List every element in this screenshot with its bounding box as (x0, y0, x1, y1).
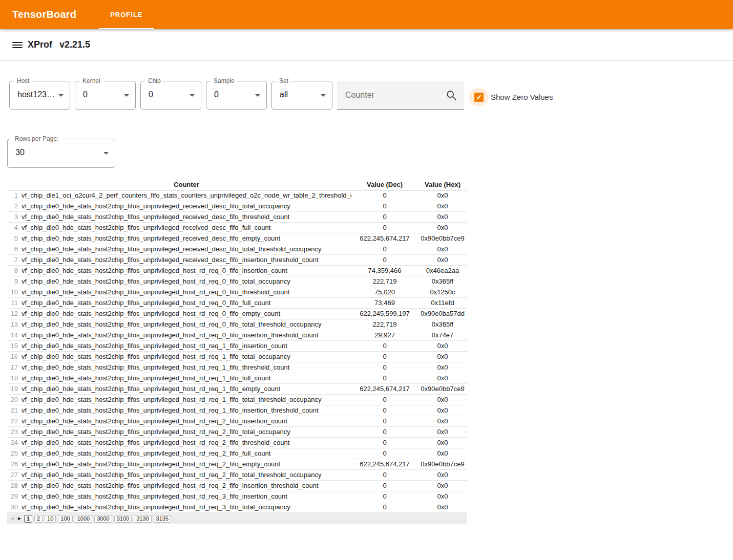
row-number: 1 (7, 190, 22, 201)
row-number: 4 (7, 222, 22, 233)
chevron-down-icon (190, 94, 195, 97)
value-hex-cell: 0x0 (418, 416, 467, 426)
row-number: 29 (7, 491, 22, 502)
kernel-select-value: 0 (83, 90, 88, 99)
counter-name-cell: vf_chip_die0_hde_stats_host2chip_fifos_u… (22, 373, 351, 383)
pagination-page-button[interactable]: 100 (58, 515, 72, 523)
value-hex-cell: 0x0 (418, 469, 467, 480)
counter-search-field (337, 81, 464, 110)
chevron-down-icon (321, 94, 326, 97)
counter-name-cell: vf_chip_die0_hde_stats_host2chip_fifos_u… (22, 383, 351, 394)
tab-profile[interactable]: PROFILE (99, 0, 154, 29)
host-select-value: host123… (17, 90, 55, 99)
value-hex-cell: 0x90e0bb7ce9 (418, 233, 467, 244)
chip-select[interactable]: Chip 0 (140, 81, 201, 110)
value-dec-cell: 0 (351, 426, 418, 437)
pagination-page-button[interactable]: 3000 (94, 515, 112, 523)
table-row: 14 vf_chip_die0_hde_stats_host2chip_fifo… (7, 330, 467, 340)
table-row: 18 vf_chip_die0_hde_stats_host2chip_fifo… (7, 373, 467, 383)
table-row: 4 vf_chip_die0_hde_stats_host2chip_fifos… (7, 222, 467, 233)
table-row: 26 vf_chip_die0_hde_stats_host2chip_fifo… (7, 459, 467, 469)
value-dec-cell: 0 (351, 480, 418, 491)
pagination-page-button[interactable]: 1 (24, 515, 32, 523)
pagination-prev-button[interactable]: ◄ (10, 515, 15, 522)
row-number: 27 (7, 469, 22, 480)
host-select[interactable]: Host host123… (9, 81, 70, 110)
counter-name-cell: vf_chip_die0_hde_stats_host2chip_fifos_u… (22, 340, 351, 351)
counter-name-cell: vf_chip_die0_hde_stats_host2chip_fifos_u… (22, 416, 351, 426)
table-row: 1 vf_chip_die1_oci_o2cur4_2_perf_counter… (7, 190, 467, 201)
rows-per-page-select[interactable]: Rows per Page: 30 (7, 139, 115, 168)
table-row: 13 vf_chip_die0_hde_stats_host2chip_fifo… (7, 319, 467, 330)
table-row: 23 vf_chip_die0_hde_stats_host2chip_fifo… (7, 426, 467, 437)
value-dec-cell: 75,020 (351, 287, 418, 297)
value-hex-cell: 0x0 (418, 502, 467, 512)
row-number: 8 (7, 265, 22, 276)
table-row: 12 vf_chip_die0_hde_stats_host2chip_fifo… (7, 308, 467, 319)
counter-name-cell: vf_chip_die0_hde_stats_host2chip_fifos_u… (22, 244, 351, 254)
value-hex-cell: 0x0 (418, 394, 467, 405)
table-row: 15 vf_chip_die0_hde_stats_host2chip_fifo… (7, 340, 467, 351)
counter-name-cell: vf_chip_die0_hde_stats_host2chip_fifos_u… (22, 502, 351, 512)
kernel-select[interactable]: Kernel 0 (75, 81, 136, 110)
row-number: 2 (7, 201, 22, 211)
row-number: 26 (7, 459, 22, 469)
counter-name-cell: vf_chip_die0_hde_stats_host2chip_fifos_u… (22, 201, 351, 211)
counter-name-cell: vf_chip_die0_hde_stats_host2chip_fifos_u… (22, 426, 351, 437)
value-hex-cell: 0x0 (418, 373, 467, 383)
counter-name-cell: vf_chip_die0_hde_stats_host2chip_fifos_u… (22, 491, 351, 502)
value-hex-cell: 0x0 (418, 480, 467, 491)
pagination-page-button[interactable]: 3135 (154, 515, 171, 523)
table-row: 11 vf_chip_die0_hde_stats_host2chip_fifo… (7, 297, 467, 308)
value-hex-cell: 0x0 (418, 351, 467, 362)
row-number: 20 (7, 394, 22, 405)
value-dec-cell: 0 (351, 448, 418, 459)
sample-select-label: Sample (211, 77, 237, 84)
row-number: 30 (7, 502, 22, 512)
row-number: 12 (7, 308, 22, 319)
value-dec-cell: 0 (351, 416, 418, 426)
kernel-select-label: Kernel (80, 77, 103, 84)
table-row: 17 vf_chip_die0_hde_stats_host2chip_fifo… (7, 362, 467, 373)
value-dec-cell: 0 (351, 502, 418, 512)
value-dec-cell: 0 (351, 254, 418, 265)
value-dec-cell: 0 (351, 211, 418, 222)
pagination-page-button[interactable]: 1000 (75, 515, 92, 523)
row-number: 7 (7, 254, 22, 265)
tab-profile-underline (99, 28, 154, 29)
menu-icon[interactable] (12, 40, 23, 50)
value-dec-cell: 0 (351, 437, 418, 448)
table-row: 2 vf_chip_die0_hde_stats_host2chip_fifos… (7, 201, 467, 211)
value-dec-cell: 622,245,674,217 (351, 459, 418, 469)
search-icon[interactable] (446, 90, 457, 101)
sample-select[interactable]: Sample 0 (206, 81, 267, 110)
counter-name-cell: vf_chip_die0_hde_stats_host2chip_fifos_u… (22, 351, 351, 362)
column-header-value-dec: Value (Dec) (351, 179, 418, 190)
value-dec-cell: 0 (351, 405, 418, 416)
value-hex-cell: 0x74e7 (418, 330, 467, 340)
set-select-value: all (280, 90, 288, 99)
pagination-page-button[interactable]: 2 (34, 515, 43, 523)
host-select-label: Host (14, 77, 32, 84)
counter-name-cell: vf_chip_die0_hde_stats_host2chip_fifos_u… (22, 394, 351, 405)
chevron-down-icon (124, 94, 129, 97)
table-row: 20 vf_chip_die0_hde_stats_host2chip_fifo… (7, 394, 467, 405)
header-spacer (7, 179, 22, 190)
counter-name-cell: vf_chip_die0_hde_stats_host2chip_fifos_u… (22, 211, 351, 222)
pagination-page-button[interactable]: 3100 (114, 515, 132, 523)
app-bar: TensorBoard PROFILE (0, 0, 733, 29)
value-hex-cell: 0x90e0ba57dd (418, 308, 467, 319)
chevron-down-icon (58, 94, 64, 97)
pagination-page-button[interactable]: 3130 (134, 515, 151, 523)
counter-name-cell: vf_chip_die0_hde_stats_host2chip_fifos_u… (22, 480, 351, 491)
value-dec-cell: 0 (351, 394, 418, 405)
pagination-next-button[interactable]: ► (17, 515, 22, 522)
counter-name-cell: vf_chip_die0_hde_stats_host2chip_fifos_u… (22, 330, 351, 340)
row-number: 18 (7, 373, 22, 383)
set-select[interactable]: Set all (271, 81, 332, 110)
show-zero-values-checkbox[interactable]: ✓ (474, 93, 484, 102)
counter-name-cell: vf_chip_die0_hde_stats_host2chip_fifos_u… (22, 222, 351, 233)
value-hex-cell: 0x0 (418, 211, 467, 222)
pagination-page-button[interactable]: 10 (45, 515, 56, 523)
counter-search-input[interactable] (337, 81, 437, 109)
